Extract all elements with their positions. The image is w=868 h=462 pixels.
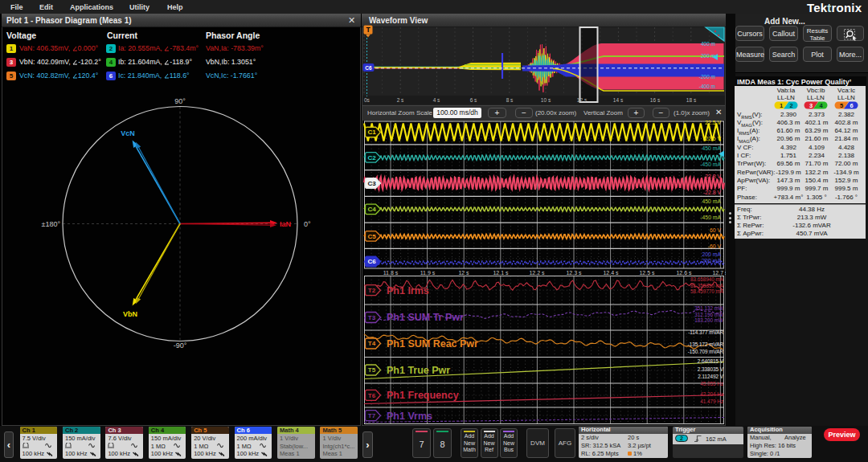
svg-text:12.4 s: 12.4 s [603, 270, 619, 276]
svg-text:14 s: 14 s [613, 97, 624, 103]
svg-text:VcN: VcN [121, 129, 135, 137]
svg-text:18 s: 18 s [686, 97, 697, 103]
svg-text:12.1 s: 12.1 s [493, 270, 509, 276]
svg-text:81.358350 mA: 81.358350 mA [690, 283, 724, 288]
svg-text:2.112492 V: 2.112492 V [698, 374, 724, 379]
svg-text:2 s: 2 s [397, 97, 404, 103]
svg-text:-150.709 mVAR: -150.709 mVAR [688, 349, 724, 354]
svg-text:-450 mA: -450 mA [700, 215, 721, 220]
svg-text:C6: C6 [367, 258, 376, 265]
svg-text:400 m: 400 m [701, 41, 715, 47]
svg-text:6 s: 6 s [470, 97, 477, 103]
svg-text:-22.5 V: -22.5 V [703, 136, 721, 141]
svg-text:Ph1 True Pwr: Ph1 True Pwr [387, 365, 450, 376]
svg-text:Ph1 Irms: Ph1 Irms [387, 285, 429, 296]
svg-text:-200 mA: -200 mA [700, 258, 721, 264]
svg-text:12.2 s: 12.2 s [529, 270, 545, 276]
svg-text:183.200 mW: 183.200 mW [694, 317, 723, 323]
svg-text:±180°: ±180° [41, 220, 60, 228]
svg-text:12.7 s: 12.7 s [712, 270, 726, 276]
svg-text:10 s: 10 s [541, 97, 551, 103]
svg-text:42.204 Hz: 42.204 Hz [700, 391, 723, 397]
svg-text:T4: T4 [368, 340, 376, 347]
svg-text:T: T [366, 26, 371, 34]
svg-text:T2: T2 [368, 287, 376, 294]
svg-text:-200 m: -200 m [699, 74, 715, 80]
svg-text:2.338035 V: 2.338035 V [698, 366, 724, 372]
svg-text:6: 6 [850, 102, 853, 109]
svg-text:312.196 mW: 312.196 mW [694, 312, 723, 317]
svg-text:C4: C4 [367, 206, 376, 213]
svg-text:-450 mA: -450 mA [700, 161, 721, 167]
svg-text:22.8 V: 22.8 V [705, 174, 721, 179]
svg-text:11.9 s: 11.9 s [420, 270, 436, 276]
svg-text:12.3 s: 12.3 s [566, 270, 582, 276]
svg-text:-135.172 mVAR: -135.172 mVAR [688, 341, 724, 347]
svg-text:IaN: IaN [280, 220, 291, 228]
svg-text:12.6 s: 12.6 s [676, 270, 692, 276]
svg-text:200 mA: 200 mA [702, 251, 722, 257]
svg-text:-114.377 mVAR: -114.377 mVAR [688, 329, 723, 335]
svg-text:C3: C3 [367, 180, 376, 187]
svg-text:0°: 0° [304, 220, 311, 228]
svg-text:450 mA: 450 mA [702, 145, 722, 151]
svg-text:4 s: 4 s [433, 97, 440, 103]
svg-text:T3: T3 [368, 314, 376, 321]
svg-text:Ph1 SUM Tr Pwr: Ph1 SUM Tr Pwr [387, 312, 464, 323]
svg-text:22.5 V: 22.5 V [705, 120, 721, 125]
svg-text:12 s: 12 s [577, 97, 588, 103]
svg-text:450 mA: 450 mA [702, 198, 722, 204]
svg-text:12 s: 12 s [458, 270, 469, 276]
svg-text:C1: C1 [367, 129, 376, 136]
svg-text:0s: 0s [364, 97, 371, 103]
svg-text:83.658940 mA: 83.658940 mA [690, 276, 724, 282]
svg-text:-400 m: -400 m [699, 84, 715, 89]
svg-text:Ph1 Vrms: Ph1 Vrms [387, 411, 432, 422]
svg-text:351.132 mW: 351.132 mW [694, 305, 723, 311]
svg-text:C5: C5 [367, 233, 376, 240]
svg-text:-22.8 V: -22.8 V [703, 190, 721, 195]
svg-text:60 V: 60 V [710, 227, 721, 233]
svg-text:45.055 Hz: 45.055 Hz [700, 381, 723, 386]
svg-text:C2: C2 [367, 154, 376, 161]
svg-text:1: 1 [780, 102, 783, 109]
svg-text:Ph1 Frequency: Ph1 Frequency [387, 390, 459, 401]
svg-text:5: 5 [840, 102, 843, 109]
svg-text:T6: T6 [368, 392, 376, 399]
svg-text:12.5 s: 12.5 s [639, 270, 655, 276]
svg-text:8 s: 8 s [506, 97, 514, 103]
svg-text:41.479 Hz: 41.479 Hz [700, 399, 723, 404]
svg-text:-60 V: -60 V [708, 243, 722, 249]
svg-text:-90°: -90° [174, 341, 187, 350]
svg-text:T7: T7 [368, 412, 376, 419]
svg-text:58.459770 mA: 58.459770 mA [690, 288, 724, 294]
svg-text:16 s: 16 s [650, 97, 661, 103]
svg-text:11.8 s: 11.8 s [383, 270, 399, 276]
svg-text:2: 2 [789, 102, 792, 109]
svg-text:2.640815 V: 2.640815 V [698, 358, 724, 364]
svg-text:3: 3 [809, 102, 813, 109]
svg-text:90°: 90° [174, 97, 186, 105]
svg-text:T5: T5 [368, 366, 376, 374]
svg-text:VbN: VbN [123, 310, 137, 318]
svg-text:Ph1 SUM Reac Pwr: Ph1 SUM Reac Pwr [387, 338, 478, 350]
svg-text:C6: C6 [365, 65, 372, 71]
